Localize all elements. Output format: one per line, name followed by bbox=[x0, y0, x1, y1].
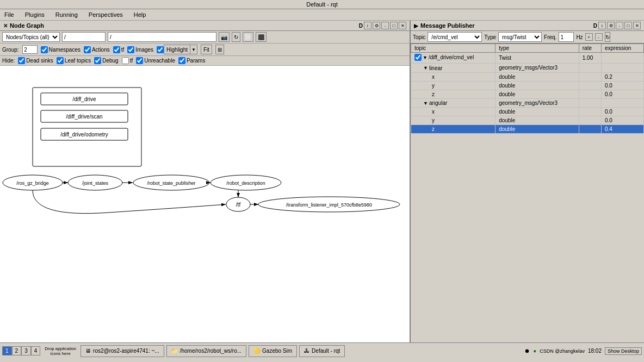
row-type: double bbox=[496, 81, 579, 90]
filter-select[interactable]: Nodes/Topics (all) Nodes only Topics onl… bbox=[2, 32, 60, 42]
table-row[interactable]: ▼ /diff_drive/cmd_vel Twist 1.00 bbox=[411, 53, 644, 64]
tf-check[interactable]: tf bbox=[113, 46, 125, 53]
svg-text:/diff_drive/odometry: /diff_drive/odometry bbox=[60, 132, 108, 138]
black-btn[interactable]: ⬛ bbox=[256, 32, 267, 42]
table-row[interactable]: x double 0.2 bbox=[411, 72, 644, 81]
msg-pub-title: Message Publisher bbox=[420, 22, 475, 29]
menu-plugins[interactable]: Plugins bbox=[23, 10, 47, 19]
tf2-check[interactable]: tf bbox=[122, 57, 133, 64]
msg-pub-toolbar: Topic /e/cmd_vel Type msg/Twist Freq. Hz… bbox=[411, 31, 644, 43]
record-icon: ⏺ bbox=[524, 348, 530, 354]
freq-plus-btn[interactable]: + bbox=[585, 33, 593, 41]
collapse-arrow[interactable]: ▼ bbox=[423, 55, 428, 60]
group-input[interactable] bbox=[22, 45, 38, 54]
gear-btn-right[interactable]: ⚙ bbox=[607, 22, 615, 29]
highlight-dropdown-btn[interactable]: ▼ bbox=[190, 45, 197, 54]
dead-sinks-check[interactable]: Dead sinks bbox=[18, 57, 53, 64]
info-btn[interactable]: i bbox=[364, 22, 371, 29]
close-btn-right[interactable]: ✕ bbox=[633, 22, 641, 29]
params-check[interactable]: Params bbox=[178, 57, 205, 64]
table-row[interactable]: ▼ angular geometry_msgs/Vector3 bbox=[411, 98, 644, 108]
row-topic: ▼ angular bbox=[411, 98, 496, 108]
msg-table: topic type rate expression ▼ /diff_d bbox=[411, 43, 644, 134]
images-check[interactable]: Images bbox=[127, 46, 153, 53]
svg-text:/diff_drive/scan: /diff_drive/scan bbox=[66, 114, 102, 120]
menu-running[interactable]: Running bbox=[53, 10, 80, 19]
highlight-check[interactable] bbox=[157, 46, 164, 53]
taskbar-item-rqt[interactable]: 🖧 Default - rqt bbox=[299, 345, 345, 357]
row-rate bbox=[579, 125, 601, 134]
rqt-label: Default - rqt bbox=[312, 348, 340, 354]
taskbar-right: ⏺ ● CSDN @zhangkelav 18:02 Show Desktop bbox=[524, 347, 642, 355]
actions-check[interactable]: Actions bbox=[84, 46, 110, 53]
workspace-3[interactable]: 3 bbox=[21, 346, 31, 355]
unreachable-check[interactable]: Unreachable bbox=[136, 57, 175, 64]
title-bar: Default - rqt bbox=[0, 0, 644, 9]
freq-minus-btn[interactable]: - bbox=[595, 33, 603, 41]
d-label: D bbox=[359, 23, 363, 29]
table-row[interactable]: ▼ linear geometry_msgs/Vector3 bbox=[411, 64, 644, 73]
table-row[interactable]: x double 0.0 bbox=[411, 108, 644, 116]
row-rate: 1.00 bbox=[579, 53, 601, 64]
workspace-4[interactable]: 4 bbox=[31, 346, 41, 355]
menu-perspectives[interactable]: Perspectives bbox=[86, 10, 125, 19]
ns-filter-input[interactable] bbox=[62, 32, 106, 42]
row-expression: 0.0 bbox=[601, 90, 643, 98]
taskbar-item-gazebo[interactable]: 🟡 Gazebo Sim bbox=[249, 345, 297, 357]
node-graph-controls: D i ⚙ - □ ✕ bbox=[359, 22, 406, 29]
graph-canvas[interactable]: /diff_drive /diff_drive/scan /diff_drive… bbox=[0, 66, 410, 342]
minimize-btn[interactable]: - bbox=[381, 22, 389, 29]
screenshot-btn[interactable]: 📷 bbox=[219, 32, 230, 42]
type-select[interactable]: msg/Twist bbox=[498, 32, 542, 42]
refresh-right-btn[interactable]: ↻ bbox=[605, 32, 610, 42]
fit-btn[interactable]: Fit bbox=[201, 45, 212, 54]
msg-pub-icon: ▶ bbox=[414, 23, 418, 29]
row-checkbox[interactable] bbox=[414, 54, 422, 61]
workspace-1[interactable]: 1 bbox=[2, 346, 12, 355]
taskbar-item-files[interactable]: 📁 /home/ros2/robot_ws/ro... bbox=[166, 345, 246, 357]
expand-btn[interactable]: ⊞ bbox=[215, 45, 224, 54]
svg-text:/robot_state_publisher: /robot_state_publisher bbox=[147, 180, 195, 186]
namespaces-check[interactable]: Namespaces bbox=[41, 46, 81, 53]
row-type: double bbox=[496, 72, 579, 81]
table-row[interactable]: z double 0.0 bbox=[411, 90, 644, 98]
stop-btn[interactable]: ⬜ bbox=[243, 32, 253, 42]
table-row[interactable]: y double 0.0 bbox=[411, 116, 644, 125]
info-btn-right[interactable]: i bbox=[598, 22, 606, 29]
maximize-btn[interactable]: □ bbox=[390, 22, 398, 29]
leaf-topics-check[interactable]: Leaf topics bbox=[57, 57, 91, 64]
close-btn[interactable]: ✕ bbox=[399, 22, 406, 29]
menu-file[interactable]: File bbox=[2, 10, 16, 19]
table-row[interactable]: y double 0.0 bbox=[411, 81, 644, 90]
col-type: type bbox=[496, 44, 579, 53]
gear-btn[interactable]: ⚙ bbox=[373, 22, 380, 29]
table-row-selected[interactable]: z double 0.4 bbox=[411, 125, 644, 134]
row-topic: z bbox=[411, 125, 496, 134]
files-label: /home/ros2/robot_ws/ro... bbox=[180, 348, 242, 354]
topic-label: Topic bbox=[413, 34, 425, 40]
taskbar-item-terminal[interactable]: 🖥 ros2@ros2-aspire4741: ~... bbox=[81, 345, 164, 357]
menu-help[interactable]: Help bbox=[132, 10, 148, 19]
maximize-btn-right[interactable]: □ bbox=[624, 22, 632, 29]
minimize-btn-right[interactable]: - bbox=[616, 22, 623, 29]
terminal-label: ros2@ros2-aspire4741: ~... bbox=[93, 348, 159, 354]
row-expression: 0.4 bbox=[601, 125, 643, 134]
show-desktop-btn[interactable]: Show Desktop bbox=[605, 347, 642, 355]
refresh-btn[interactable]: ↻ bbox=[232, 32, 240, 42]
collapse-arrow[interactable]: ▼ bbox=[423, 65, 428, 71]
drop-area: Drop application icons here bbox=[42, 345, 78, 357]
node-filter-input[interactable] bbox=[108, 32, 216, 42]
hide-label: Hide: bbox=[2, 58, 15, 64]
debug-check[interactable]: Debug bbox=[94, 57, 118, 64]
row-rate bbox=[579, 72, 601, 81]
files-icon: 📁 bbox=[171, 348, 178, 354]
workspace-2[interactable]: 2 bbox=[12, 346, 22, 355]
row-type: double bbox=[496, 90, 579, 98]
node-graph-panel: ✕ Node Graph D i ⚙ - □ ✕ Nodes/Topics (a… bbox=[0, 21, 411, 342]
freq-input[interactable] bbox=[559, 32, 574, 42]
collapse-arrow[interactable]: ▼ bbox=[423, 101, 428, 106]
freq-label: Freq. bbox=[544, 34, 556, 40]
topic-select[interactable]: /e/cmd_vel bbox=[428, 32, 482, 42]
highlight-btn[interactable]: Highlight bbox=[164, 45, 190, 54]
row-rate bbox=[579, 90, 601, 98]
